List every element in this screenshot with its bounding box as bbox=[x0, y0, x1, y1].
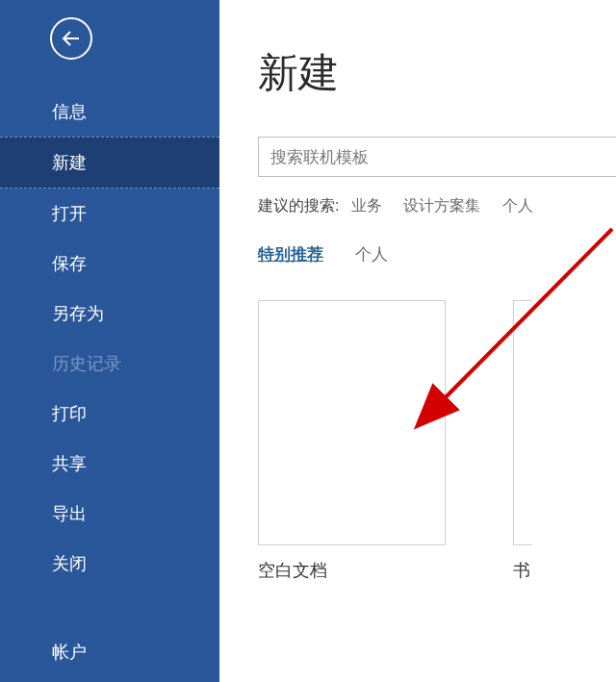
sidebar-item-history: 历史记录 bbox=[0, 339, 219, 389]
sidebar-item-open[interactable]: 打开 bbox=[0, 189, 219, 239]
template-grid: 空白文档 书 bbox=[258, 300, 616, 582]
sidebar-item-print[interactable]: 打印 bbox=[0, 389, 219, 439]
suggested-link-design[interactable]: 设计方案集 bbox=[403, 197, 480, 214]
tab-featured[interactable]: 特别推荐 bbox=[258, 245, 323, 264]
template-thumb-blank[interactable] bbox=[258, 300, 446, 545]
template-label-partial: 书 bbox=[513, 559, 530, 582]
suggested-link-personal[interactable]: 个人 bbox=[502, 197, 533, 214]
template-item-blank: 空白文档 bbox=[258, 300, 446, 582]
sidebar-item-account[interactable]: 帐户 bbox=[0, 627, 219, 677]
back-button[interactable] bbox=[50, 17, 92, 60]
sidebar-item-info[interactable]: 信息 bbox=[0, 87, 219, 137]
search-input[interactable]: 搜索联机模板 bbox=[258, 137, 616, 177]
suggested-link-business[interactable]: 业务 bbox=[351, 197, 382, 214]
sidebar-item-saveas[interactable]: 另存为 bbox=[0, 289, 219, 339]
main-panel: 新建 搜索联机模板 建议的搜索: 业务 设计方案集 个人 特别推荐 个人 空白文… bbox=[219, 0, 616, 682]
sidebar-item-save[interactable]: 保存 bbox=[0, 239, 219, 289]
template-tabs: 特别推荐 个人 bbox=[258, 243, 616, 265]
backstage-sidebar: 信息 新建 打开 保存 另存为 历史记录 打印 共享 导出 关闭 帐户 bbox=[0, 0, 219, 682]
sidebar-item-share[interactable]: 共享 bbox=[0, 439, 219, 489]
sidebar-item-export[interactable]: 导出 bbox=[0, 489, 219, 539]
tab-personal[interactable]: 个人 bbox=[355, 245, 388, 264]
suggested-searches: 建议的搜索: 业务 设计方案集 个人 bbox=[258, 196, 616, 216]
back-arrow-icon bbox=[60, 27, 83, 50]
sidebar-item-new[interactable]: 新建 bbox=[0, 137, 219, 189]
page-title: 新建 bbox=[258, 46, 616, 100]
sidebar-item-close[interactable]: 关闭 bbox=[0, 539, 219, 589]
template-label-blank: 空白文档 bbox=[258, 559, 327, 582]
template-thumb-partial[interactable] bbox=[513, 300, 532, 545]
template-item-partial: 书 bbox=[513, 300, 532, 582]
suggested-label: 建议的搜索: bbox=[258, 197, 339, 214]
search-placeholder-text: 搜索联机模板 bbox=[270, 146, 369, 168]
